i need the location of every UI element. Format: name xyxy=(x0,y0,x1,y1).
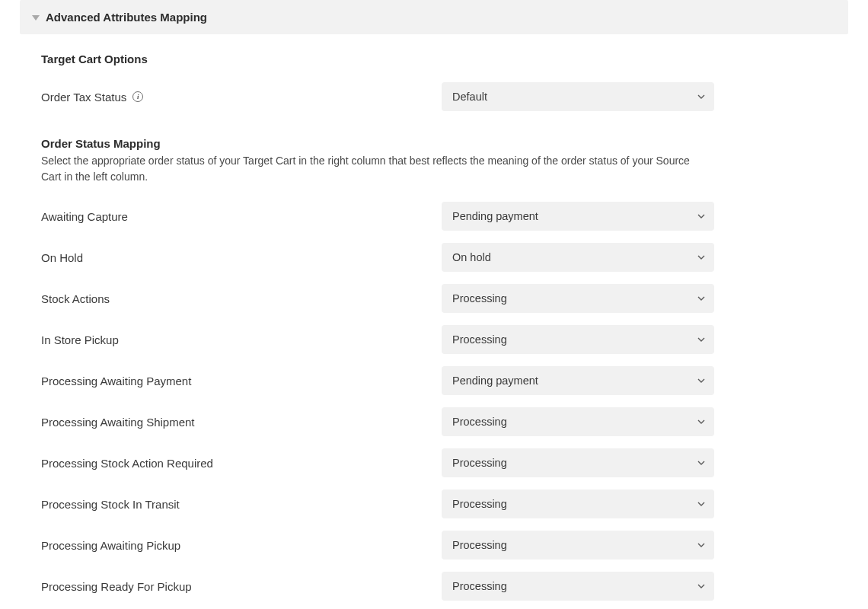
status-mapping-select-wrap: Processing xyxy=(442,489,714,518)
status-mapping-row: Awaiting CapturePending payment xyxy=(41,202,827,231)
advanced-attributes-mapping-panel: Advanced Attributes Mapping Target Cart … xyxy=(20,0,848,601)
status-mapping-select[interactable]: Pending payment xyxy=(442,366,714,395)
status-mapping-select-wrap: Processing xyxy=(442,572,714,601)
status-mapping-select[interactable]: On hold xyxy=(442,243,714,272)
status-mapping-row: Processing Stock In TransitProcessing xyxy=(41,489,827,518)
status-mapping-label-text: Processing Awaiting Payment xyxy=(41,375,191,387)
status-mapping-label: Processing Awaiting Shipment xyxy=(41,416,442,429)
status-mapping-select-wrap: Processing xyxy=(442,284,714,313)
status-mapping-label-text: Awaiting Capture xyxy=(41,210,128,223)
collapse-triangle-icon xyxy=(32,14,40,21)
status-mapping-row: Processing Awaiting PaymentPending payme… xyxy=(41,366,827,395)
status-mapping-select[interactable]: Processing xyxy=(442,572,714,601)
order-status-mapping-rows: Awaiting CapturePending paymentOn HoldOn… xyxy=(41,202,827,601)
status-mapping-label-text: Processing Ready For Pickup xyxy=(41,580,192,593)
status-mapping-label-text: In Store Pickup xyxy=(41,333,119,346)
panel-body: Target Cart Options Order Tax Status i D… xyxy=(20,34,848,601)
status-mapping-select[interactable]: Processing xyxy=(442,325,714,354)
info-icon[interactable]: i xyxy=(132,91,143,102)
status-mapping-select[interactable]: Pending payment xyxy=(442,202,714,231)
order-tax-status-select[interactable]: Default xyxy=(442,82,714,111)
status-mapping-label: On Hold xyxy=(41,251,442,264)
order-status-mapping-heading: Order Status Mapping xyxy=(41,137,827,150)
status-mapping-select[interactable]: Processing xyxy=(442,448,714,477)
order-status-mapping-description: Select the appropriate order status of y… xyxy=(41,153,696,185)
target-cart-options-heading: Target Cart Options xyxy=(41,53,827,65)
status-mapping-select[interactable]: Processing xyxy=(442,531,714,560)
status-mapping-label: Processing Stock Action Required xyxy=(41,457,442,470)
status-mapping-label-text: Processing Stock In Transit xyxy=(41,498,180,511)
status-mapping-label: Processing Stock In Transit xyxy=(41,498,442,511)
order-tax-status-row: Order Tax Status i Default xyxy=(41,82,827,111)
status-mapping-select-wrap: Processing xyxy=(442,531,714,560)
status-mapping-label-text: Processing Awaiting Pickup xyxy=(41,539,180,552)
status-mapping-label-text: Stock Actions xyxy=(41,292,110,305)
status-mapping-select[interactable]: Processing xyxy=(442,489,714,518)
status-mapping-select[interactable]: Processing xyxy=(442,407,714,436)
status-mapping-label: Processing Awaiting Payment xyxy=(41,375,442,387)
status-mapping-label: In Store Pickup xyxy=(41,333,442,346)
status-mapping-select-wrap: Processing xyxy=(442,325,714,354)
status-mapping-label: Processing Awaiting Pickup xyxy=(41,539,442,552)
svg-marker-0 xyxy=(32,15,40,21)
status-mapping-row: Processing Ready For PickupProcessing xyxy=(41,572,827,601)
status-mapping-row: Processing Awaiting ShipmentProcessing xyxy=(41,407,827,436)
status-mapping-label: Processing Ready For Pickup xyxy=(41,580,442,593)
status-mapping-label: Stock Actions xyxy=(41,292,442,305)
status-mapping-select-wrap: On hold xyxy=(442,243,714,272)
order-tax-status-label-text: Order Tax Status xyxy=(41,91,126,104)
order-tax-status-select-wrap: Default xyxy=(442,82,714,111)
status-mapping-label-text: Processing Awaiting Shipment xyxy=(41,416,195,429)
status-mapping-row: Stock ActionsProcessing xyxy=(41,284,827,313)
status-mapping-label-text: On Hold xyxy=(41,251,83,264)
status-mapping-label: Awaiting Capture xyxy=(41,210,442,223)
status-mapping-select[interactable]: Processing xyxy=(442,284,714,313)
status-mapping-select-wrap: Processing xyxy=(442,448,714,477)
status-mapping-select-wrap: Processing xyxy=(442,407,714,436)
panel-title: Advanced Attributes Mapping xyxy=(46,11,207,24)
status-mapping-row: Processing Stock Action RequiredProcessi… xyxy=(41,448,827,477)
status-mapping-select-wrap: Pending payment xyxy=(442,366,714,395)
order-tax-status-label: Order Tax Status i xyxy=(41,91,442,104)
status-mapping-label-text: Processing Stock Action Required xyxy=(41,457,213,470)
panel-header[interactable]: Advanced Attributes Mapping xyxy=(20,0,848,34)
status-mapping-select-wrap: Pending payment xyxy=(442,202,714,231)
status-mapping-row: In Store PickupProcessing xyxy=(41,325,827,354)
status-mapping-row: On HoldOn hold xyxy=(41,243,827,272)
status-mapping-row: Processing Awaiting PickupProcessing xyxy=(41,531,827,560)
